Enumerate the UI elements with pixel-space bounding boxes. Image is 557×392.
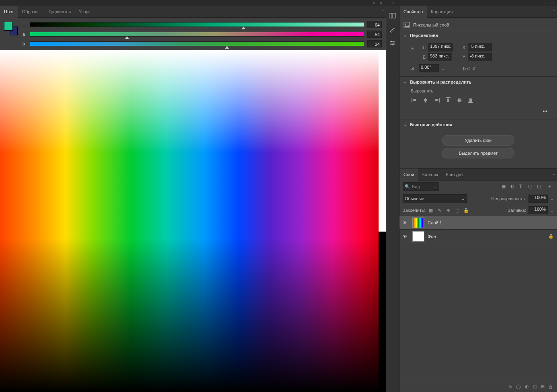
y-input[interactable]: -8 пикс. [468,53,492,61]
slider-a[interactable] [30,32,364,37]
fill-input[interactable]: 100% [528,206,548,214]
svg-rect-1 [393,13,395,18]
width-input[interactable]: 1397 пикс. [428,43,453,51]
align-more-icon[interactable]: ••• [411,107,553,115]
tab-adjustments[interactable]: Коррекция [427,6,457,18]
search-icon: 🔍 [405,184,410,189]
lock-artboard-icon[interactable]: ▢ [454,207,461,213]
foreground-swatch[interactable] [4,22,13,31]
brush-icon[interactable] [388,25,397,34]
angle-input[interactable]: 0,00° [419,64,439,72]
adjustments-icon[interactable] [388,39,397,47]
color-spectrum[interactable] [0,50,386,392]
new-layer-icon[interactable]: ⊞ [541,384,545,389]
flip-v-icon[interactable]: ⇵ [472,66,476,71]
slider-a-value[interactable]: -54 [367,31,382,38]
align-chevron-icon[interactable]: ⌄ [403,79,408,84]
x-input[interactable]: -5 пикс. [468,43,492,51]
tab-properties[interactable]: Свойства [399,6,427,18]
slider-b[interactable] [30,41,364,46]
mask-icon[interactable]: ◯ [516,384,521,389]
tab-patterns[interactable]: Узоры [75,6,95,18]
slider-b-value[interactable]: 24 [367,40,382,47]
align-title: Выровнять и распределить [410,80,471,84]
lock-all-icon[interactable]: 🔒 [463,207,469,213]
fill-dropdown-icon[interactable]: ⌄ [550,208,554,213]
search-dropdown-icon[interactable]: ⌄ [434,184,437,189]
layer-item[interactable]: 👁 Фон 🔒 [399,230,557,243]
layer-name[interactable]: Слой 1 [428,220,442,225]
opacity-dropdown-icon[interactable]: ⌄ [550,196,554,201]
tab-swatches[interactable]: Образцы [18,6,45,18]
align-hcenter-icon[interactable] [422,96,429,104]
svg-point-9 [405,24,406,25]
align-subtitle: Выровнять: [411,88,553,93]
lock-pixels-icon[interactable]: ▦ [428,207,434,213]
align-vcenter-icon[interactable] [456,96,463,104]
layer-item[interactable]: 👁 Слой 1 [399,216,557,230]
close-panel-icon[interactable]: ✕ [379,1,383,5]
dock-icon-1[interactable] [388,11,397,20]
filter-toggle-icon[interactable]: ● [548,184,554,189]
layer-search-input[interactable] [412,184,432,189]
svg-rect-21 [469,99,472,102]
tab-color[interactable]: Цвет [0,6,18,18]
x-label: X [460,45,465,50]
layer-type-icon [403,22,410,28]
fx-icon[interactable]: fx [508,384,512,389]
lock-brush-icon[interactable]: ✎ [436,207,443,213]
panel-menu-icon[interactable]: ≡ [382,8,384,13]
filter-pixel-icon[interactable]: ▦ [502,184,507,189]
visibility-icon[interactable]: 👁 [403,220,409,225]
flip-h-icon[interactable]: ▷◁ [463,66,470,71]
align-right-icon[interactable] [433,96,440,104]
lock-move-icon[interactable]: ✥ [445,207,452,213]
opacity-input[interactable]: 100% [528,195,548,203]
expand-dock-icon[interactable]: ‹‹ [391,1,394,5]
height-input[interactable]: 983 пикс. [428,53,452,61]
slider-L[interactable] [30,22,364,27]
group-icon[interactable]: ▢ [533,384,537,389]
angle-dropdown-icon[interactable]: ⌄ [441,66,445,71]
filter-type-icon[interactable]: T [519,184,525,189]
layer-name[interactable]: Фон [428,234,436,239]
adjustment-layer-icon[interactable]: ◐ [525,384,529,389]
link-wh-icon[interactable]: ⎘ [411,46,414,51]
align-top-icon[interactable] [444,96,452,104]
svg-rect-0 [390,13,392,18]
height-label: В [420,55,426,60]
tab-paths[interactable]: Контуры [442,168,467,181]
layer-thumbnail[interactable] [412,231,424,242]
lock-icon[interactable]: 🔒 [548,234,554,239]
color-swatches[interactable] [4,22,18,36]
layer-search[interactable]: 🔍 ⌄ [403,182,439,191]
remove-bg-button[interactable]: Удалить фон [442,135,514,146]
transform-chevron-icon[interactable]: ⌄ [403,33,408,38]
filter-smart-icon[interactable]: ◫ [537,184,543,189]
layers-tabs: Слои Каналы Контуры ≡ [399,168,557,181]
blend-mode-select[interactable]: Обычные⌄ [403,194,467,203]
angle-icon: ⊿ [411,66,416,71]
select-subject-button[interactable]: Выделить предмет [442,148,514,158]
filter-adjust-icon[interactable]: ◐ [510,184,516,189]
layer-type-label: Пиксельный слой [413,23,449,27]
expand-right-icon[interactable]: ›› [551,1,554,5]
svg-rect-13 [424,99,427,101]
actions-title: Быстрые действия [410,122,452,127]
filter-shape-icon[interactable]: ▢ [528,184,534,189]
slider-L-value[interactable]: 64 [367,21,382,28]
tab-channels[interactable]: Каналы [418,168,442,181]
layers-menu-icon[interactable]: ≡ [553,171,555,176]
align-left-icon[interactable] [411,96,418,104]
tab-gradients[interactable]: Градиенты [45,6,75,18]
properties-menu-icon[interactable]: ≡ [553,8,555,13]
collapse-left-icon[interactable]: ‹‹ [373,1,375,5]
visibility-icon[interactable]: 👁 [403,234,409,239]
tab-layers[interactable]: Слои [399,168,418,181]
layer-thumbnail[interactable] [412,218,424,228]
svg-point-5 [391,41,392,42]
delete-layer-icon[interactable]: 🗑 [549,384,553,389]
lock-label: Закрепить: [403,208,425,213]
align-bottom-icon[interactable] [467,96,474,104]
actions-chevron-icon[interactable]: ⌄ [403,122,408,127]
